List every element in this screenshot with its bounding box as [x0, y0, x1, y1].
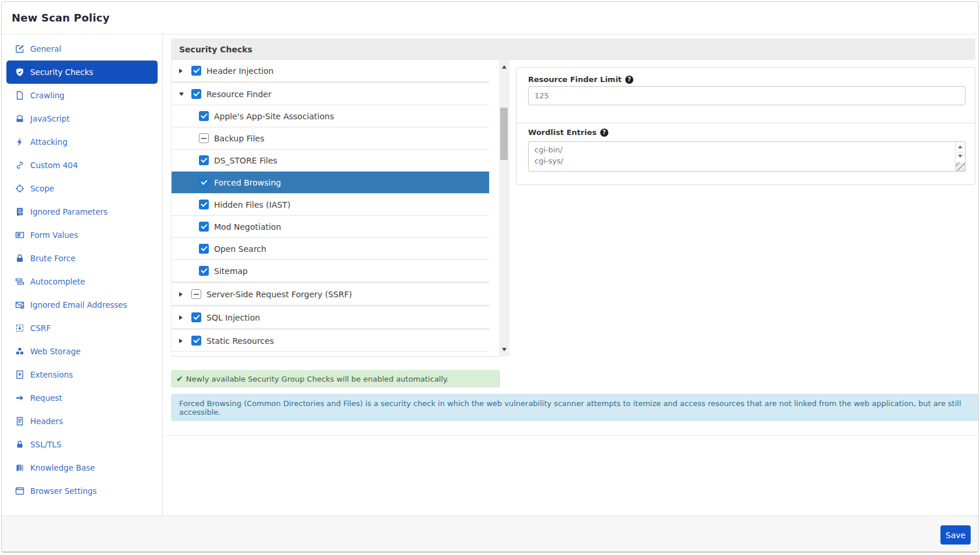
tree-row-apple-s-app-site-associations[interactable]: Apple's App-Site Associations [172, 105, 489, 127]
sidebar-item-headers[interactable]: Headers [6, 410, 158, 433]
sidebar-item-csrf[interactable]: CSRF [6, 316, 158, 340]
sidebar-item-ignored-parameters[interactable]: Ignored Parameters [6, 200, 158, 223]
new-scan-policy-dialog: New Scan Policy GeneralSecurity ChecksCr… [1, 1, 979, 553]
help-icon[interactable]: ? [625, 76, 633, 84]
wordlist-scrollbar[interactable] [955, 142, 965, 171]
scroll-down-icon[interactable] [958, 155, 963, 158]
checkbox-checked[interactable] [199, 222, 209, 232]
scrollbar-thumb[interactable] [500, 108, 508, 160]
scroll-up-icon[interactable] [502, 65, 507, 69]
tree-row-header-injection[interactable]: Header Injection [172, 60, 489, 82]
checkbox-checked[interactable] [191, 336, 201, 346]
section-header: Security Checks [171, 38, 975, 60]
checkbox-checked[interactable] [199, 111, 209, 121]
sidebar-item-label: Form Values [30, 230, 78, 240]
tree-row-open-search[interactable]: Open Search [172, 238, 489, 260]
title-bar: New Scan Policy [2, 2, 978, 34]
success-alert-text: Newly available Security Group Checks wi… [186, 375, 449, 383]
main-content: Security Checks Header InjectionResource… [163, 34, 978, 517]
target-icon [15, 184, 24, 193]
tree-row-hidden-files-iast-[interactable]: Hidden Files (IAST) [172, 194, 489, 216]
info-alert: Forced Browsing (Common Directories and … [171, 394, 979, 421]
tree-row-forced-browsing[interactable]: Forced Browsing [172, 172, 489, 194]
help-icon[interactable]: ? [600, 129, 608, 137]
caret-right-icon[interactable] [179, 292, 185, 297]
sidebar-item-security-checks[interactable]: Security Checks [6, 61, 158, 84]
checkbox-checked[interactable] [199, 200, 209, 209]
sidebar-item-ignored-email-addresses[interactable]: Ignored Email Addresses [6, 293, 158, 316]
tree-row-label: Mod Negotiation [214, 222, 281, 232]
tree-row-label: Server-Side Request Forgery (SSRF) [206, 290, 352, 299]
caret-down-icon[interactable] [179, 92, 185, 96]
scroll-up-icon[interactable] [958, 145, 963, 148]
tree-row-ds-store-files[interactable]: DS_STORE Files [172, 150, 489, 172]
checkbox-checked[interactable] [199, 177, 209, 187]
doc-asterisk-icon [15, 370, 24, 379]
checkbox-checked[interactable] [191, 89, 201, 99]
sidebar-item-brute-force[interactable]: Brute Force [6, 247, 158, 270]
sidebar-item-knowledge-base[interactable]: Knowledge Base [6, 456, 158, 479]
checkbox-indeterminate[interactable] [191, 289, 201, 299]
checkbox-checked[interactable] [199, 244, 209, 254]
tree-row-sql-injection[interactable]: SQL Injection [172, 305, 489, 329]
bars-icon [15, 277, 24, 286]
info-alert-text: Forced Browsing (Common Directories and … [179, 399, 979, 417]
caret-right-icon[interactable] [179, 315, 185, 320]
tree-row-label: Backup Files [214, 134, 265, 143]
sidebar-item-label: Request [30, 393, 62, 403]
cubes-icon [15, 347, 24, 356]
sidebar-item-label: Web Storage [30, 347, 81, 356]
sidebar-item-custom-404[interactable]: Custom 404 [6, 154, 158, 177]
sidebar-item-scope[interactable]: Scope [6, 177, 158, 200]
tree-row-resource-finder[interactable]: Resource Finder [172, 82, 489, 105]
caret-right-icon[interactable] [179, 69, 185, 73]
sidebar-item-ssl-tls[interactable]: SSL/TLS [6, 433, 158, 456]
tree-row-mod-negotiation[interactable]: Mod Negotiation [172, 216, 489, 238]
checkbox-checked[interactable] [191, 66, 201, 76]
csrf-arrows-icon [15, 323, 24, 333]
checkbox-checked[interactable] [199, 155, 209, 165]
tree-scrollbar[interactable] [499, 60, 509, 357]
link-icon [15, 161, 24, 170]
resize-grip-icon[interactable] [956, 162, 965, 171]
sidebar-item-browser-settings[interactable]: Browser Settings [6, 479, 158, 503]
tree-row-label: SQL Injection [206, 313, 260, 322]
sidebar-item-form-values[interactable]: Form Values [6, 223, 158, 247]
sidebar-item-label: Browser Settings [30, 486, 97, 496]
resource-finder-limit-label: Resource Finder Limit ? [528, 75, 633, 84]
panel-divider [516, 123, 975, 123]
sidebar-item-label: Knowledge Base [30, 463, 95, 472]
caret-right-icon[interactable] [179, 339, 185, 343]
tree-row-label: Apple's App-Site Associations [214, 112, 334, 121]
books-icon [15, 463, 24, 472]
security-checks-tree: Header InjectionResource FinderApple's A… [171, 60, 499, 357]
sidebar-item-web-storage[interactable]: Web Storage [6, 340, 158, 363]
tree-row-server-side-request-forgery-ssrf-[interactable]: Server-Side Request Forgery (SSRF) [172, 282, 489, 305]
save-button[interactable]: Save [940, 525, 971, 545]
form-list-icon [15, 230, 24, 240]
tree-row-backup-files[interactable]: Backup Files [172, 127, 489, 150]
bolt-icon [15, 137, 24, 147]
sidebar-item-request[interactable]: Request [6, 386, 158, 410]
sidebar-item-label: JavaScript [30, 114, 70, 123]
tree-row-label: Static Resources [206, 336, 274, 346]
sidebar-item-general[interactable]: General [6, 37, 158, 61]
content-divider [163, 435, 978, 436]
scroll-down-icon[interactable] [502, 348, 507, 351]
wordlist-entries-input[interactable]: cgi-bin/ cgi-sys/ [529, 142, 953, 171]
resource-finder-limit-input[interactable] [528, 86, 965, 105]
sidebar-item-crawling[interactable]: Crawling [6, 84, 158, 107]
sidebar-item-attacking[interactable]: Attacking [6, 130, 158, 154]
footer-bar: Save [2, 515, 978, 552]
checkbox-checked[interactable] [199, 266, 209, 276]
checkbox-indeterminate[interactable] [199, 133, 209, 143]
tree-row-sitemap[interactable]: Sitemap [172, 260, 489, 282]
sidebar-item-extensions[interactable]: Extensions [6, 363, 158, 386]
doc-text-icon [15, 417, 24, 426]
sidebar-item-javascript[interactable]: JavaScript [6, 107, 158, 130]
checkbox-checked[interactable] [191, 312, 201, 322]
sidebar-item-autocomplete[interactable]: Autocomplete [6, 270, 158, 293]
sidebar-item-label: Custom 404 [30, 161, 78, 170]
padlock-icon [15, 254, 24, 263]
tree-row-static-resources[interactable]: Static Resources [172, 329, 489, 352]
